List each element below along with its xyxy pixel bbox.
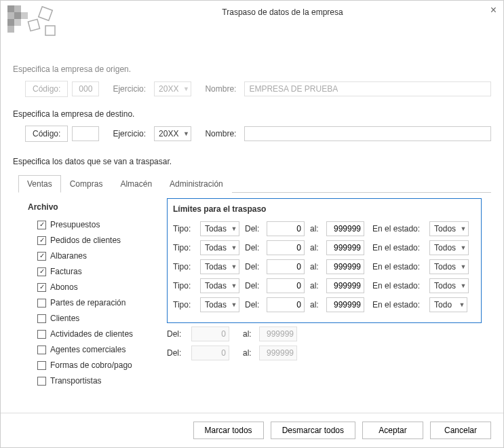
chevron-down-icon: ▼ [229, 263, 239, 270]
checkbox[interactable] [37, 377, 46, 386]
archivo-item: Clientes [37, 312, 167, 324]
close-button[interactable]: × [490, 5, 497, 16]
origin-section-label: Especifica la empresa de origen. [13, 64, 491, 74]
limit-row: Tipo:Todas▼Del:al:En el estado:Todos▼ [173, 240, 476, 256]
dest-name-input[interactable] [244, 126, 491, 141]
del-input [191, 346, 229, 360]
origin-code-input [72, 81, 99, 96]
al-label: al: [310, 224, 322, 234]
estado-select[interactable]: Todo▼ [429, 297, 467, 312]
archivo-item-label: Presupuestos [50, 220, 100, 229]
estado-select[interactable]: Todos▼ [429, 259, 469, 274]
checkbox[interactable] [37, 361, 46, 370]
tab-administracion[interactable]: Administración [161, 175, 232, 193]
archivo-item: Transportistas [37, 375, 167, 387]
estado-label: En el estado: [372, 262, 425, 272]
al-input [259, 326, 297, 341]
limit-row: Tipo:Todas▼Del:al:En el estado:Todo▼ [173, 297, 476, 313]
tipo-select[interactable]: Todas▼ [200, 278, 239, 293]
estado-select[interactable]: Todos▼ [429, 221, 469, 236]
del-label: Del: [167, 348, 187, 358]
del-input[interactable] [267, 278, 305, 293]
del-label: Del: [245, 262, 263, 272]
checkbox[interactable] [37, 346, 46, 354]
window-title: Traspaso de datos de la empresa [69, 7, 497, 17]
archivo-item-label: Pedidos de clientes [50, 236, 121, 245]
limites-header: Límites para el traspaso [173, 204, 476, 214]
chevron-down-icon: ▼ [459, 263, 468, 270]
archivo-item: Pedidos de clientes [37, 234, 167, 246]
mark-all-button[interactable]: Marcar todos [193, 422, 264, 439]
accept-button[interactable]: Aceptar [362, 422, 423, 439]
al-label: al: [310, 281, 322, 291]
checkbox[interactable] [37, 252, 46, 261]
del-input[interactable] [267, 259, 305, 274]
chevron-down-icon: ▼ [229, 225, 239, 232]
archivo-item-label: Formas de cobro/pago [50, 360, 132, 370]
checkbox[interactable] [37, 299, 46, 307]
al-input[interactable] [326, 278, 364, 293]
dest-section-label: Especifica la empresa de destino. [13, 109, 491, 119]
cancel-button[interactable]: Cancelar [430, 422, 491, 439]
estado-select[interactable]: Todos▼ [429, 278, 469, 293]
archivo-header: Archivo [28, 202, 167, 212]
tabs: Ventas Compras Almacén Administración Ar… [18, 174, 491, 404]
unmark-all-button[interactable]: Desmarcar todos [271, 422, 355, 439]
svg-rect-8 [39, 7, 53, 21]
chevron-down-icon: ▼ [181, 86, 191, 92]
limit-row-simple: Del:al: [167, 345, 482, 361]
archivo-item: Abonos [37, 281, 167, 293]
chevron-down-icon: ▼ [229, 301, 239, 308]
del-label: Del: [245, 300, 263, 310]
tipo-label: Tipo: [173, 262, 196, 272]
del-label: Del: [245, 243, 263, 253]
del-input[interactable] [267, 240, 305, 255]
footer: Marcar todos Desmarcar todos Aceptar Can… [1, 413, 503, 447]
checkbox[interactable] [37, 283, 46, 292]
tab-ventas[interactable]: Ventas [18, 175, 61, 193]
tipo-select[interactable]: Todas▼ [200, 221, 239, 236]
archivo-item: Presupuestos [37, 219, 167, 231]
al-label: al: [310, 243, 322, 253]
tab-compras[interactable]: Compras [61, 175, 112, 193]
archivo-item-label: Actividades de clientes [50, 329, 133, 339]
transfer-section-label: Especifica los datos que se van a traspa… [13, 157, 491, 166]
limit-row: Tipo:Todas▼Del:al:En el estado:Todos▼ [173, 221, 476, 237]
al-label: al: [310, 300, 322, 310]
al-input [259, 346, 297, 360]
al-input[interactable] [326, 259, 364, 274]
checkbox[interactable] [37, 330, 46, 339]
checkbox[interactable] [37, 267, 46, 276]
archivo-item-label: Clientes [50, 314, 79, 323]
checkbox[interactable] [37, 314, 46, 323]
checkbox[interactable] [37, 221, 46, 229]
dest-code-input[interactable] [72, 126, 99, 141]
archivo-item-label: Albaranes [50, 251, 87, 261]
archivo-item: Formas de cobro/pago [37, 359, 167, 371]
del-input[interactable] [267, 297, 305, 312]
archivo-item: Partes de reparación [37, 297, 167, 309]
al-input[interactable] [326, 240, 364, 255]
estado-select[interactable]: Todos▼ [429, 240, 469, 255]
svg-rect-6 [14, 19, 21, 26]
dest-year-select[interactable]: 20XX ▼ [154, 126, 191, 141]
tipo-select[interactable]: Todas▼ [200, 240, 239, 255]
del-input[interactable] [267, 221, 305, 236]
tipo-select[interactable]: Todas▼ [200, 259, 239, 274]
archivo-item-label: Transportistas [50, 376, 102, 386]
al-input[interactable] [326, 221, 364, 236]
estado-label: En el estado: [372, 224, 425, 234]
al-label: al: [243, 329, 255, 339]
svg-rect-2 [7, 12, 14, 19]
app-logo-icon [7, 5, 69, 39]
al-input[interactable] [326, 297, 364, 312]
checkbox[interactable] [37, 236, 46, 245]
archivo-item: Agentes comerciales [37, 343, 167, 356]
tipo-select[interactable]: Todas▼ [200, 297, 239, 312]
archivo-item: Actividades de clientes [37, 328, 167, 340]
origin-year-label: Ejercicio: [103, 84, 150, 94]
tab-almacen[interactable]: Almacén [111, 175, 161, 193]
estado-label: En el estado: [372, 281, 425, 291]
archivo-item-label: Facturas [50, 267, 82, 276]
chevron-down-icon: ▼ [457, 301, 467, 308]
